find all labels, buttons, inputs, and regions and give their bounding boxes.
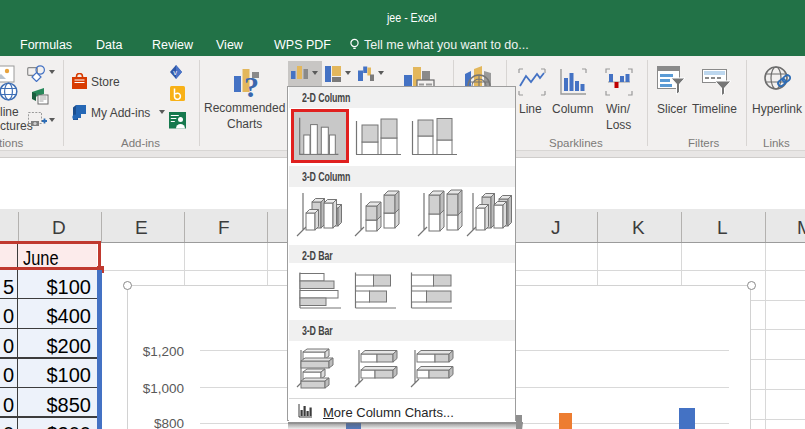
svg-text:v: v [173,68,177,77]
svg-text:?: ? [244,70,259,99]
